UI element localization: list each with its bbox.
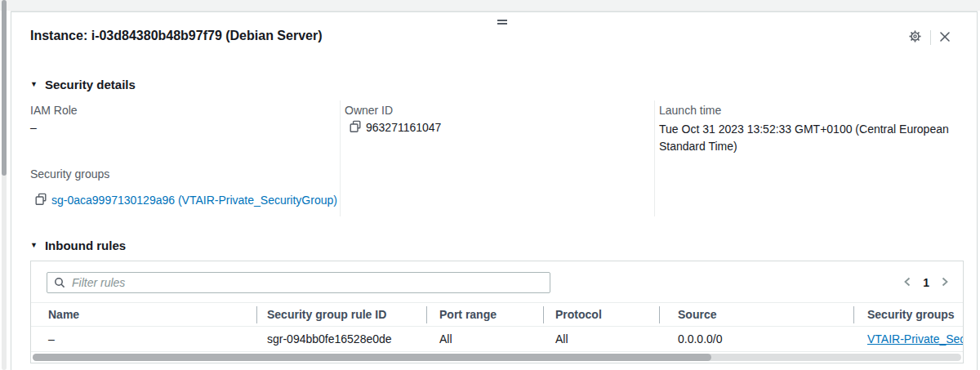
gear-icon: [908, 29, 922, 46]
column-header-security-groups[interactable]: Security groups: [867, 303, 955, 326]
column-header-source[interactable]: Source: [678, 303, 716, 326]
column-header-rule-id[interactable]: Security group rule ID: [267, 303, 386, 326]
column-separator[interactable]: [426, 306, 427, 323]
column-header-port-range[interactable]: Port range: [439, 303, 497, 326]
filter-rules-input[interactable]: [47, 272, 550, 293]
fields-column-divider: [340, 100, 341, 216]
drag-handle-icon[interactable]: [497, 20, 507, 26]
fields-column-divider: [654, 100, 655, 216]
column-header-protocol[interactable]: Protocol: [555, 303, 602, 326]
previous-page-button[interactable]: [902, 276, 912, 290]
cell-rule-id: sgr-094bb0fe16528e0de: [267, 327, 392, 351]
table-row: – sgr-094bb0fe16528e0de All All 0.0.0.0/…: [31, 327, 964, 352]
current-page-number[interactable]: 1: [923, 276, 929, 289]
iam-role-label: IAM Role: [30, 104, 78, 117]
cell-port-range: All: [439, 327, 452, 351]
filter-field: [47, 272, 550, 293]
column-separator[interactable]: [853, 306, 854, 323]
cell-source: 0.0.0.0/0: [678, 327, 723, 351]
page-background-strip: [0, 0, 980, 11]
owner-id-value-row: 963271161047: [350, 121, 441, 134]
chevron-right-icon: [940, 276, 950, 290]
search-icon: [54, 277, 65, 291]
cell-protocol: All: [555, 327, 568, 351]
copy-icon: [35, 193, 47, 208]
section-header-inbound-rules[interactable]: ▼ Inbound rules: [30, 238, 126, 252]
security-group-link[interactable]: sg-0aca9997130129a96 (VTAIR-Private_Secu…: [51, 194, 337, 207]
section-header-security-details[interactable]: ▼ Security details: [30, 78, 136, 91]
security-groups-label: Security groups: [30, 167, 109, 181]
iam-role-value: –: [30, 121, 37, 134]
launch-time-label: Launch time: [659, 104, 721, 117]
settings-button[interactable]: [900, 30, 930, 45]
copy-button[interactable]: [35, 194, 47, 207]
launch-time-value: Tue Oct 31 2023 13:52:33 GMT+0100 (Centr…: [659, 121, 956, 155]
section-title: Security details: [45, 78, 136, 91]
table-header-row: Name Security group rule ID Port range P…: [31, 302, 964, 327]
section-title: Inbound rules: [45, 238, 126, 252]
chevron-left-icon: [902, 276, 912, 290]
pagination: 1: [902, 272, 950, 293]
copy-button[interactable]: [350, 121, 361, 134]
close-button[interactable]: [931, 30, 959, 45]
column-header-name[interactable]: Name: [48, 303, 79, 326]
next-page-button[interactable]: [940, 276, 950, 290]
inbound-rules-table: 1 Name Security group rule ID Port range…: [30, 261, 964, 363]
triangle-down-icon: ▼: [30, 78, 38, 91]
horizontal-scrollbar-thumb[interactable]: [33, 354, 711, 361]
triangle-down-icon: ▼: [30, 239, 38, 252]
panel-title: Instance: i-03d84380b48b97f79 (Debian Se…: [30, 29, 323, 43]
column-separator[interactable]: [659, 306, 660, 323]
instance-split-panel: Instance: i-03d84380b48b97f79 (Debian Se…: [11, 11, 978, 370]
security-groups-value-row: sg-0aca9997130129a96 (VTAIR-Private_Secu…: [35, 194, 337, 207]
cell-security-groups: VTAIR-Private_Secu: [867, 327, 964, 351]
cell-name: –: [48, 327, 55, 351]
vertical-scrollbar-thumb[interactable]: [2, 0, 7, 176]
close-icon: [939, 31, 951, 45]
copy-icon: [350, 120, 361, 136]
row-security-group-link[interactable]: VTAIR-Private_Secu: [867, 332, 964, 345]
column-separator[interactable]: [256, 306, 257, 323]
owner-id-label: Owner ID: [345, 104, 393, 117]
panel-actions: [900, 30, 959, 45]
column-separator[interactable]: [543, 306, 544, 323]
owner-id-value: 963271161047: [366, 121, 441, 134]
